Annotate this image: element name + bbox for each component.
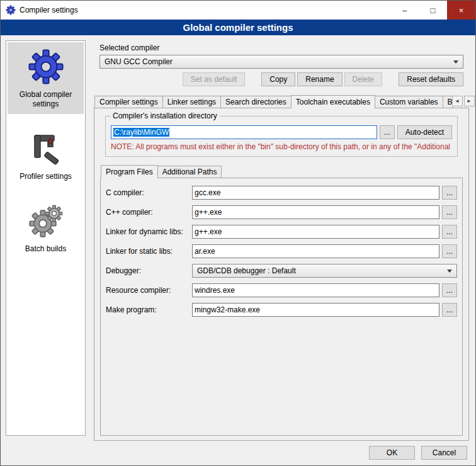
browse-button-dynamic-linker[interactable]: ... <box>442 225 457 239</box>
installation-directory-row: C:\raylib\MinGW ... Auto-detect <box>111 125 452 139</box>
page-title: Global compiler settings <box>1 20 475 35</box>
resource-compiler-label: Resource compiler: <box>106 286 190 295</box>
debugger-select[interactable]: GDB/CDB debugger : Default <box>192 264 457 278</box>
static-linker-value: ar.exe <box>195 247 215 256</box>
installation-directory-group-title: Compiler's installation directory <box>111 111 219 121</box>
cpp-compiler-row: C++ compiler: g++.exe ... <box>106 205 457 219</box>
maximize-button[interactable]: □ <box>419 1 447 20</box>
dynamic-linker-row: Linker for dynamic libs: g++.exe ... <box>106 225 457 239</box>
set-as-default-button[interactable]: Set as default <box>183 72 245 86</box>
tab-custom-variables[interactable]: Custom variables <box>375 96 443 108</box>
tab-additional-paths[interactable]: Additional Paths <box>157 166 222 178</box>
blue-gear-icon <box>28 48 64 85</box>
make-program-input[interactable]: mingw32-make.exe <box>192 303 439 317</box>
program-files-panel: C compiler: gcc.exe ... C++ compiler: g+… <box>100 178 463 436</box>
compiler-settings-window: Compiler settings – □ × Global compiler … <box>0 0 476 466</box>
resource-compiler-row: Resource compiler: windres.exe ... <box>106 283 457 297</box>
resource-compiler-input[interactable]: windres.exe <box>192 283 439 297</box>
static-linker-label: Linker for static libs: <box>106 247 190 256</box>
selected-compiler-label: Selected compiler <box>99 43 469 52</box>
program-files-tabstrip: Program Files Additional Paths <box>100 164 463 178</box>
sidebar-item-batch-builds[interactable]: Batch builds <box>8 196 84 259</box>
sidebar-item-label: Batch builds <box>25 244 66 254</box>
debugger-select-value: GDB/CDB debugger : Default <box>197 266 296 275</box>
dynamic-linker-label: Linker for dynamic libs: <box>106 227 190 236</box>
window-title: Compiler settings <box>20 6 78 14</box>
titlebar: Compiler settings – □ × <box>1 1 475 20</box>
dialog-footer: OK Cancel <box>369 446 467 460</box>
note-text: NOTE: All programs must exist either in … <box>111 142 452 151</box>
tab-linker-settings[interactable]: Linker settings <box>162 96 221 108</box>
sidebar-item-label: Profiler settings <box>20 172 72 181</box>
browse-button-resource-compiler[interactable]: ... <box>442 283 457 297</box>
copy-button[interactable]: Copy <box>261 72 295 86</box>
static-linker-input[interactable]: ar.exe <box>192 244 439 258</box>
tab-scroll-left-icon[interactable]: ◄ <box>452 96 463 106</box>
make-program-row: Make program: mingw32-make.exe ... <box>106 303 457 317</box>
debugger-row: Debugger: GDB/CDB debugger : Default <box>106 264 457 278</box>
dynamic-linker-value: g++.exe <box>195 227 222 236</box>
installation-directory-value: C:\raylib\MinGW <box>113 128 169 137</box>
c-compiler-label: C compiler: <box>106 188 190 197</box>
settings-tabstrip: Compiler settings Linker settings Search… <box>94 94 469 108</box>
ok-button[interactable]: OK <box>369 446 415 460</box>
window-controls: – □ × <box>390 1 475 20</box>
minimize-button[interactable]: – <box>390 1 419 20</box>
static-linker-row: Linker for static libs: ar.exe ... <box>106 244 457 258</box>
browse-button-static-linker[interactable]: ... <box>442 244 457 258</box>
profiler-tool-icon <box>28 130 64 167</box>
make-program-value: mingw32-make.exe <box>195 305 260 314</box>
reset-defaults-button[interactable]: Reset defaults <box>399 72 463 86</box>
selected-compiler-select[interactable]: GNU GCC Compiler <box>99 55 463 69</box>
sidebar-item-label: Global compiler settings <box>9 90 82 109</box>
browse-button-make-program[interactable]: ... <box>442 303 457 317</box>
debugger-label: Debugger: <box>106 266 190 275</box>
settings-sidebar: Global compiler settings Profiler settin… <box>6 40 86 436</box>
tab-toolchain-executables[interactable]: Toolchain executables <box>291 95 375 108</box>
c-compiler-value: gcc.exe <box>195 188 220 197</box>
main-panel: Selected compiler GNU GCC Compiler Set a… <box>94 40 469 441</box>
installation-directory-group: Compiler's installation directory C:\ray… <box>105 116 458 157</box>
sidebar-item-profiler-settings[interactable]: Profiler settings <box>8 124 84 186</box>
tab-build-options[interactable]: Build <box>443 96 453 108</box>
cpp-compiler-label: C++ compiler: <box>106 208 190 217</box>
toolchain-executables-panel: Compiler's installation directory C:\ray… <box>94 108 469 441</box>
browse-button-c-compiler[interactable]: ... <box>442 186 457 200</box>
close-button[interactable]: × <box>447 1 475 20</box>
auto-detect-button[interactable]: Auto-detect <box>397 125 452 139</box>
chevron-down-icon <box>453 60 458 64</box>
browse-button-cpp-compiler[interactable]: ... <box>442 205 457 219</box>
c-compiler-row: C compiler: gcc.exe ... <box>106 186 457 200</box>
cpp-compiler-input[interactable]: g++.exe <box>192 205 439 219</box>
selected-compiler-value: GNU GCC Compiler <box>105 57 173 66</box>
dynamic-linker-input[interactable]: g++.exe <box>192 225 439 239</box>
gray-gears-icon <box>28 203 64 239</box>
resource-compiler-value: windres.exe <box>195 286 235 295</box>
tab-program-files[interactable]: Program Files <box>101 165 158 178</box>
cpp-compiler-value: g++.exe <box>195 208 222 217</box>
make-program-label: Make program: <box>106 305 190 314</box>
delete-button[interactable]: Delete <box>344 72 383 86</box>
tab-scroll-right-icon[interactable]: ► <box>464 96 475 106</box>
c-compiler-input[interactable]: gcc.exe <box>192 186 439 200</box>
installation-directory-input[interactable]: C:\raylib\MinGW <box>111 125 377 139</box>
cancel-button[interactable]: Cancel <box>421 446 467 460</box>
tab-compiler-settings[interactable]: Compiler settings <box>94 96 163 108</box>
browse-button-install-dir[interactable]: ... <box>380 125 395 139</box>
compiler-actions: Set as default Copy Rename Delete Reset … <box>99 72 463 86</box>
rename-button[interactable]: Rename <box>297 72 342 86</box>
app-gear-icon <box>6 5 16 15</box>
chevron-down-icon <box>447 270 452 273</box>
tab-scroll-buttons: ◄ ► <box>452 96 475 106</box>
tab-search-directories[interactable]: Search directories <box>220 96 292 108</box>
sidebar-item-global-compiler-settings[interactable]: Global compiler settings <box>8 42 84 114</box>
